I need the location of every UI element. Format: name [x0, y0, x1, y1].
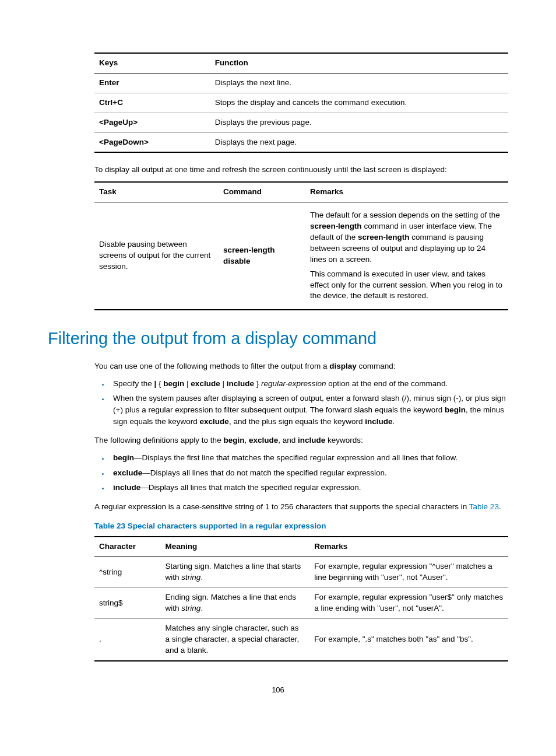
list-item: When the system pauses after displaying …: [110, 393, 508, 427]
table-ref-link[interactable]: Table 23: [469, 502, 499, 511]
th-remarks: Remarks: [305, 182, 508, 202]
keywords-list: begin—Displays the first line that match…: [94, 452, 508, 494]
table-row: Enter Displays the next line.: [94, 73, 508, 93]
regex-table: Character Meaning Remarks ^string Starti…: [94, 536, 508, 661]
table-row: Disable pausing between screens of outpu…: [94, 202, 508, 310]
th-meaning: Meaning: [161, 537, 310, 556]
task-table: Task Command Remarks Disable pausing bet…: [94, 181, 508, 310]
table-row: ^string Starting sign. Matches a line th…: [94, 557, 508, 588]
section-heading: Filtering the output from a display comm…: [48, 327, 508, 351]
th-command: Command: [219, 182, 305, 202]
list-item: exclude—Displays all lines that do not m…: [110, 467, 508, 479]
page-number: 106: [48, 685, 508, 695]
th-remarks: Remarks: [309, 537, 508, 556]
methods-list: Specify the | { begin | exclude | includ…: [94, 378, 508, 427]
table-row: Ctrl+C Stops the display and cancels the…: [94, 93, 508, 113]
list-item: Specify the | { begin | exclude | includ…: [110, 378, 508, 390]
th-character: Character: [94, 537, 161, 556]
table-row: string$ Ending sign. Matches a line that…: [94, 588, 508, 619]
para-display-all: To display all output at one time and re…: [94, 164, 508, 176]
th-keys: Keys: [94, 53, 210, 73]
table-row: <PageDown> Displays the next page.: [94, 132, 508, 152]
table-row: <PageUp> Displays the previous page.: [94, 113, 508, 132]
table-caption: Table 23 Special characters supported in…: [94, 521, 508, 532]
th-task: Task: [94, 182, 219, 202]
para-definitions: The following definitions apply to the b…: [94, 435, 508, 446]
list-item: begin—Displays the first line that match…: [110, 452, 508, 464]
table-row: . Matches any single character, such as …: [94, 618, 508, 660]
para-regex: A regular expression is a case-sensitive…: [94, 502, 508, 513]
keys-table: Keys Function Enter Displays the next li…: [94, 52, 508, 153]
th-function: Function: [210, 53, 508, 73]
list-item: include—Displays all lines that match th…: [110, 482, 508, 494]
para-methods: You can use one of the following methods…: [94, 361, 508, 372]
